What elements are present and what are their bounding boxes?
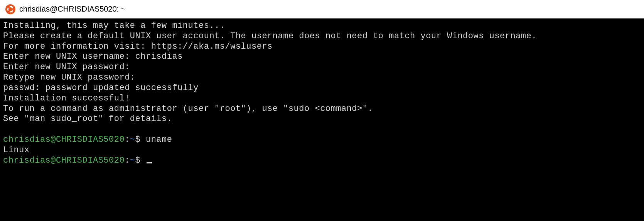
prompt-command: uname: [140, 135, 172, 144]
prompt-command: [140, 156, 146, 165]
terminal-line: See "man sudo_root" for details.: [3, 114, 641, 124]
terminal-line: Installation successful!: [3, 94, 641, 104]
terminal-line: For more information visit: https://aka.…: [3, 42, 641, 52]
prompt-user-host: chrisdias@CHRISDIAS5020: [3, 135, 125, 144]
terminal-output: Linux: [3, 145, 641, 156]
cursor-icon: [147, 162, 152, 163]
prompt-colon: :: [125, 135, 130, 144]
terminal-prompt: chrisdias@CHRISDIAS5020:~$: [3, 156, 641, 166]
terminal-content[interactable]: Installing, this may take a few minutes.…: [0, 19, 644, 170]
prompt-colon: :: [125, 156, 130, 165]
ubuntu-icon: [5, 4, 15, 14]
prompt-dollar: $: [135, 135, 141, 144]
prompt-dollar: $: [135, 156, 141, 165]
terminal-line: Please create a default UNIX user accoun…: [3, 31, 641, 42]
terminal-line: Retype new UNIX password:: [3, 73, 641, 83]
terminal-blank-line: [3, 124, 641, 135]
terminal-line: Installing, this may take a few minutes.…: [3, 21, 641, 31]
terminal-line: Enter new UNIX username: chrisdias: [3, 52, 641, 62]
prompt-path: ~: [130, 156, 135, 165]
terminal-line: Enter new UNIX password:: [3, 62, 641, 73]
terminal-line: To run a command as administrator (user …: [3, 104, 641, 114]
terminal-line: passwd: password updated successfully: [3, 83, 641, 94]
title-bar: chrisdias@CHRISDIAS5020: ~: [0, 0, 644, 19]
prompt-path: ~: [130, 135, 135, 144]
terminal-prompt: chrisdias@CHRISDIAS5020:~$ uname: [3, 135, 641, 145]
prompt-user-host: chrisdias@CHRISDIAS5020: [3, 156, 125, 165]
window-title: chrisdias@CHRISDIAS5020: ~: [19, 5, 125, 14]
